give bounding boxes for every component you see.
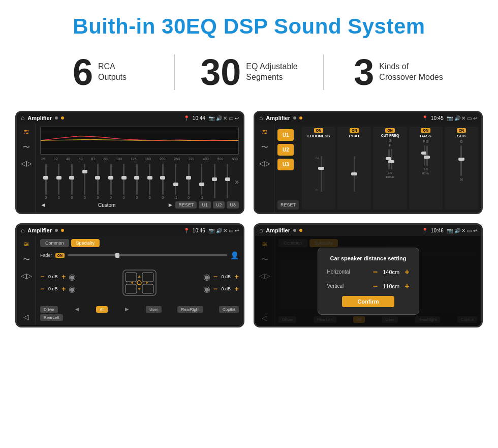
copilot-btn[interactable]: Copilot [219, 306, 239, 313]
home-icon-2[interactable]: ⌂ [259, 114, 263, 122]
screen2-body: ≋ 〜 ◁▷ U1 U2 U3 RESET ON LOUDNESS [255, 124, 481, 213]
on-badge-phat: ON [350, 128, 359, 133]
rearleft-btn[interactable]: RearLeft [40, 314, 63, 321]
slider-6[interactable]: 0 [105, 164, 117, 199]
slider-3[interactable]: 0 [66, 164, 78, 199]
speaker-icon-2[interactable]: ◁▷ [259, 159, 270, 167]
vertical-plus[interactable]: + [404, 282, 409, 291]
vol-icon-3[interactable]: ◁ [23, 313, 29, 321]
cutfreq-g-slider[interactable] [388, 149, 390, 169]
svg-rect-5 [126, 273, 137, 282]
driver-btn[interactable]: Driver [40, 306, 58, 313]
vol-row-3: ◉ − 0 dB + [203, 272, 239, 282]
eq-icon-2[interactable]: ≋ [262, 128, 268, 136]
sub-slider[interactable] [460, 145, 462, 176]
u1-preset[interactable]: U1 [277, 129, 294, 141]
status-dot8 [299, 229, 302, 232]
eq-icon-3[interactable]: ≋ [23, 240, 29, 248]
eq-bottom-bar: ◄ Custom ► RESET U1 U2 U3 [40, 199, 239, 210]
confirm-button[interactable]: Confirm [342, 296, 394, 307]
rearright-btn[interactable]: RearRight [177, 306, 203, 313]
screen1-sidebar: ≋ 〜 ◁▷ [17, 124, 36, 213]
nav-left[interactable]: ◄ [74, 306, 80, 313]
eq-icon[interactable]: ≋ [23, 128, 29, 136]
u3-button[interactable]: U3 [227, 201, 239, 208]
vol-plus-1[interactable]: + [61, 273, 66, 281]
vol-plus-2[interactable]: + [61, 285, 66, 293]
channel-name-cutfreq: CUT FREQ [381, 134, 399, 137]
slider-4[interactable]: 5 [79, 164, 91, 199]
home-icon-4[interactable]: ⌂ [259, 227, 263, 234]
slider-8[interactable]: 0 [131, 164, 143, 199]
slider-11[interactable]: -1 [170, 164, 181, 199]
expand-arrows[interactable]: » [235, 177, 239, 186]
slider-1[interactable]: 0 [40, 164, 52, 199]
dialog-overlay: Car speaker distance setting Horizontal … [255, 236, 481, 326]
stat-label-rca: RCA Outputs [98, 62, 127, 83]
u3-preset[interactable]: U3 [277, 159, 294, 170]
fader-thumb[interactable] [115, 253, 119, 258]
slider-10[interactable]: 0 [157, 164, 169, 199]
loudness-slider[interactable] [321, 156, 322, 192]
u2-button[interactable]: U2 [213, 201, 225, 208]
speaker-l1-icon: ◉ [69, 272, 76, 282]
slider-7[interactable]: 0 [118, 164, 130, 199]
screen1-title: Amplifier [27, 115, 52, 121]
speaker-icon-3[interactable]: ◁▷ [21, 272, 32, 280]
wave-icon-3[interactable]: 〜 [23, 255, 30, 264]
u1-button[interactable]: U1 [199, 201, 211, 208]
u2-preset[interactable]: U2 [277, 144, 294, 156]
screen4-title: Amplifier [266, 227, 290, 233]
cs-main-area: − 0 dB + ◉ − 0 dB + ◉ [40, 262, 239, 303]
speaker-icon[interactable]: ◁▷ [21, 159, 32, 167]
user-btn[interactable]: User [146, 306, 162, 313]
on-badge-cutfreq: ON [385, 128, 395, 133]
prev-button[interactable]: ◄ [40, 201, 46, 208]
screen-dialog: ⌂ Amplifier 📍 10:46 📷 🔊 ✕ ▭ ↩ ≋ 〜 ◁▷ ◁ C… [254, 223, 483, 327]
wave-icon[interactable]: 〜 [23, 143, 30, 152]
wave-icon-2[interactable]: 〜 [261, 143, 268, 152]
screen4-time: 10:46 [431, 228, 444, 233]
slider-14[interactable] [209, 164, 221, 199]
vol-plus-3[interactable]: + [235, 273, 239, 281]
vol-minus-3[interactable]: − [213, 273, 217, 281]
reset-button[interactable]: RESET [175, 201, 197, 208]
next-button[interactable]: ► [168, 201, 174, 208]
slider-15[interactable] [222, 164, 234, 199]
stat-divider-1 [174, 54, 175, 90]
vol-plus-4[interactable]: + [235, 285, 239, 293]
phat-slider[interactable] [354, 156, 355, 192]
horizontal-minus[interactable]: − [373, 267, 378, 277]
cs-tabs: Common Specialty [40, 239, 239, 247]
screen2-title: Amplifier [266, 115, 290, 121]
vol-minus-4[interactable]: − [213, 285, 217, 293]
bass-g-slider[interactable] [426, 145, 428, 166]
fader-label: Fader [40, 253, 52, 258]
on-badge-sub: ON [457, 128, 466, 133]
slider-2[interactable]: 0 [53, 164, 65, 199]
nav-right[interactable]: ► [124, 306, 130, 313]
all-btn[interactable]: All [96, 306, 108, 313]
vol-minus-1[interactable]: − [40, 273, 44, 281]
vol-minus-2[interactable]: − [40, 285, 44, 293]
slider-5[interactable]: 0 [92, 164, 104, 199]
speaker-diagram [80, 262, 199, 303]
slider-9[interactable]: 0 [144, 164, 155, 199]
specialty-tab[interactable]: Specialty [71, 239, 100, 247]
on-badge-bass: ON [421, 128, 430, 133]
vol-label-4: 0 dB [219, 286, 233, 291]
screen3-body: ≋ 〜 ◁▷ ◁ Common Specialty Fader ON 👤 [17, 236, 243, 325]
vol-label-2: 0 dB [46, 286, 60, 291]
user-icon[interactable]: 👤 [230, 251, 239, 259]
amp-reset[interactable]: RESET [277, 200, 299, 210]
slider-12[interactable]: 0 [183, 164, 195, 199]
horizontal-plus[interactable]: + [404, 267, 409, 277]
slider-13[interactable]: -1 [196, 164, 208, 199]
common-tab[interactable]: Common [40, 239, 69, 247]
vertical-minus[interactable]: − [373, 282, 378, 291]
home-icon-3[interactable]: ⌂ [21, 227, 24, 234]
svg-rect-4 [123, 270, 156, 295]
home-icon[interactable]: ⌂ [21, 114, 24, 122]
cutfreq-f-slider[interactable] [391, 149, 392, 169]
fader-slider[interactable] [68, 254, 227, 256]
